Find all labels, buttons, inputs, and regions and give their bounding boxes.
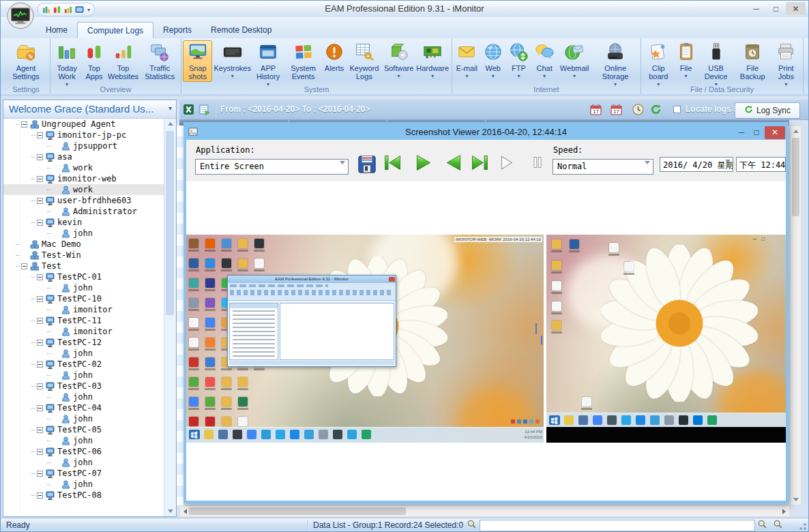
- last-frame-button[interactable]: [469, 153, 490, 175]
- dialog-title-bar[interactable]: Screenshot Viewer 2016-04-20, 12:44:14 ─…: [186, 125, 786, 140]
- locate-logs-checkbox[interactable]: [673, 106, 681, 113]
- tree-item-test[interactable]: Test: [3, 261, 164, 271]
- screen-icon[interactable]: [75, 5, 84, 14]
- scroll-right-icon[interactable]: [779, 506, 789, 516]
- date-picker[interactable]: 2016/ 4/20 星期: [660, 157, 733, 172]
- tree-item-john[interactable]: john: [3, 457, 164, 468]
- tree-item-asa[interactable]: asa: [3, 151, 164, 162]
- scroll-up-icon[interactable]: [791, 126, 801, 136]
- print-jobs-button[interactable]: Print Jobs▾: [771, 40, 801, 90]
- tree-item-testpc-10[interactable]: TestPC-10: [3, 293, 164, 304]
- tree-item-john[interactable]: john: [3, 435, 164, 446]
- next-frame-button[interactable]: [413, 153, 434, 175]
- tree-expander-icon[interactable]: [37, 383, 43, 389]
- main-vertical-scrollbar[interactable]: [790, 125, 801, 505]
- log-sync-button[interactable]: Log Sync: [735, 102, 800, 119]
- tree-expander-icon[interactable]: [37, 340, 43, 346]
- scroll-thumb[interactable]: [792, 138, 799, 216]
- status-search-input[interactable]: [480, 520, 755, 531]
- tree-item-imonitor-web[interactable]: imonitor-web: [3, 173, 164, 184]
- web-button[interactable]: Web▾: [482, 40, 505, 82]
- tree-item-testpc-04[interactable]: TestPC-04: [3, 402, 164, 413]
- tree-item-testpc-07[interactable]: TestPC-07: [3, 468, 164, 479]
- tree-item-work[interactable]: work: [3, 184, 164, 195]
- tree-expander-icon[interactable]: [37, 361, 43, 368]
- file-button[interactable]: File▾: [675, 40, 698, 82]
- calendar-from-icon[interactable]: 17: [590, 104, 602, 118]
- quick-access-toolbar[interactable]: ▾: [38, 3, 95, 16]
- zoom-in-icon[interactable]: [774, 520, 783, 531]
- export-excel-icon[interactable]: [183, 104, 194, 118]
- ftp-button[interactable]: FTP▾: [507, 40, 530, 82]
- tree-expander-icon[interactable]: [21, 121, 27, 128]
- tree-item-testpc-11[interactable]: TestPC-11: [3, 315, 164, 326]
- tree-expander-icon[interactable]: [37, 318, 43, 324]
- tree-expander-icon[interactable]: [37, 198, 43, 204]
- snap-shots-button[interactable]: Snap shots: [183, 40, 212, 82]
- keyword-logs-button[interactable]: Keyword Logs: [346, 40, 383, 82]
- tab-remote-desktop[interactable]: Remote Desktop: [201, 22, 281, 38]
- alerts-button[interactable]: Alerts: [323, 40, 346, 74]
- tree-item-testpc-03[interactable]: TestPC-03: [3, 381, 164, 391]
- tree-scroll-thumb[interactable]: [166, 131, 174, 315]
- minimize-button[interactable]: ─: [746, 2, 766, 15]
- tree-expander-icon[interactable]: [37, 220, 43, 226]
- export-html-icon[interactable]: [199, 104, 211, 118]
- tree-item-imonitor[interactable]: imonitor: [3, 304, 164, 315]
- chat-button[interactable]: Chat▾: [533, 40, 556, 82]
- chevron-down-icon[interactable]: ▾: [87, 7, 90, 13]
- chart-bars-icon[interactable]: [53, 5, 62, 14]
- tree-item-kevin[interactable]: kevin: [3, 217, 164, 228]
- usb-device-button[interactable]: USB Device▾: [698, 40, 735, 90]
- system-events-button[interactable]: System Events: [284, 40, 323, 82]
- tab-reports[interactable]: Reports: [153, 22, 201, 38]
- tree-item-john[interactable]: john: [3, 479, 164, 490]
- previous-frame-button[interactable]: [443, 153, 464, 175]
- time-picker[interactable]: 下午 12:44:1: [736, 157, 786, 172]
- chart-stats-icon[interactable]: [64, 5, 73, 14]
- tree-expander-icon[interactable]: [37, 296, 43, 302]
- tree-item-ungrouped-agent[interactable]: Ungrouped Agent: [3, 119, 164, 130]
- zoom-out-icon[interactable]: [758, 520, 767, 531]
- tree-item-jpsupport[interactable]: jpsupport: [3, 141, 164, 151]
- application-select[interactable]: Entire Screen: [195, 159, 349, 175]
- refresh-icon[interactable]: [650, 104, 662, 118]
- speed-select[interactable]: Normal: [553, 159, 653, 175]
- tree-item-testpc-02[interactable]: TestPC-02: [3, 359, 164, 370]
- chart-columns-icon[interactable]: [42, 5, 51, 14]
- tree-item-john[interactable]: john: [3, 228, 164, 239]
- tree-item-testpc-12[interactable]: TestPC-12: [3, 337, 164, 348]
- e-mail-button[interactable]: E-mail▾: [455, 40, 479, 82]
- dialog-close-button[interactable]: ✕: [765, 126, 785, 139]
- save-button[interactable]: [357, 153, 377, 178]
- close-button[interactable]: ✕: [786, 2, 806, 15]
- agent-settings-button[interactable]: Agent Settings: [3, 40, 48, 82]
- sidebar-header[interactable]: Welcome Grace (Standard Us... ▾: [3, 100, 176, 119]
- tree-item-john[interactable]: john: [3, 391, 164, 402]
- dialog-minimize-button[interactable]: ─: [734, 128, 749, 137]
- pause-button[interactable]: [531, 153, 544, 174]
- tree-item-testpc-01[interactable]: TestPC-01: [3, 271, 164, 282]
- clip-board-button[interactable]: Clip board▾: [643, 40, 675, 90]
- play-button[interactable]: [497, 153, 515, 175]
- tree-expander-icon[interactable]: [37, 449, 43, 455]
- keystrokes-button[interactable]: Keystrokes▾: [212, 40, 252, 82]
- tree-item-user-bfrdhhe603[interactable]: user-bfrdhhe603: [3, 195, 164, 206]
- tree-expander-icon[interactable]: [37, 132, 43, 138]
- file-backup-button[interactable]: File Backup: [735, 40, 771, 82]
- tree-item-john[interactable]: john: [3, 413, 164, 424]
- scroll-up-icon[interactable]: [164, 119, 176, 129]
- tree-expander-icon[interactable]: [21, 263, 27, 269]
- tree-expander-icon[interactable]: [37, 492, 43, 499]
- tree-expander-icon[interactable]: [37, 427, 43, 433]
- webmail-button[interactable]: Webmail▾: [559, 40, 591, 82]
- tab-home[interactable]: Home: [36, 22, 77, 38]
- dialog-maximize-button[interactable]: □: [749, 128, 764, 137]
- top-apps-button[interactable]: Top Apps: [82, 40, 106, 82]
- hardware-button[interactable]: Hardware▾: [415, 40, 450, 82]
- tree-expander-icon[interactable]: [37, 176, 43, 182]
- scroll-down-icon[interactable]: [164, 506, 176, 516]
- tree-item-testpc-05[interactable]: TestPC-05: [3, 424, 164, 435]
- scroll-thumb[interactable]: [189, 507, 406, 515]
- tree-item-john[interactable]: john: [3, 348, 164, 359]
